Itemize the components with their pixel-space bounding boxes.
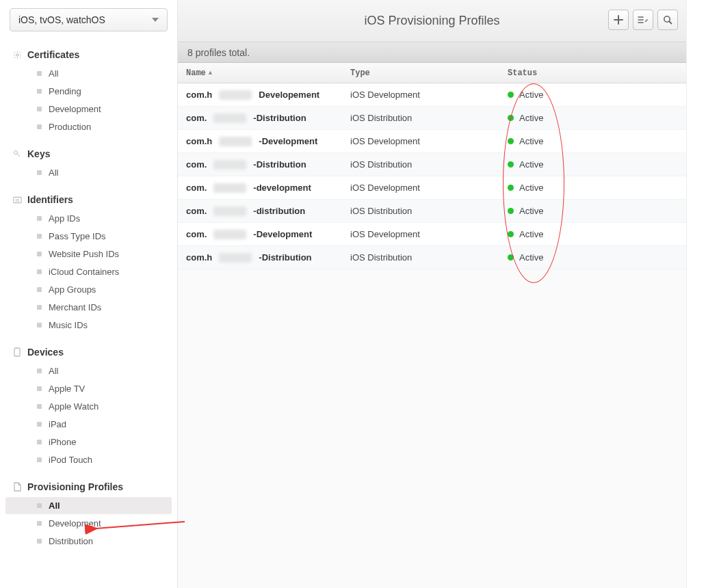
- sidebar-item-distribution[interactable]: Distribution: [5, 533, 172, 550]
- cell-status: Active: [499, 229, 636, 239]
- column-header-status[interactable]: Status: [499, 68, 636, 78]
- bullet-icon: [37, 521, 42, 526]
- bullet-icon: [37, 234, 42, 239]
- table-row[interactable]: com.-DevelopmentiOS DevelopmentActive: [178, 223, 686, 246]
- cell-name: com.-Distribution: [178, 159, 342, 170]
- status-text: Active: [519, 252, 543, 263]
- cell-status: Active: [499, 136, 636, 146]
- doc-icon: [12, 482, 22, 492]
- sidebar-item-music-ids[interactable]: Music IDs: [5, 317, 172, 334]
- cell-type: iOS Development: [342, 136, 499, 146]
- plus-icon: [614, 15, 623, 25]
- column-header-type[interactable]: Type: [342, 68, 499, 78]
- sidebar-item-apple-watch[interactable]: Apple Watch: [5, 398, 172, 415]
- redacted-segment: [219, 253, 252, 263]
- table-row[interactable]: com.-DistributioniOS DistributionActive: [178, 153, 686, 176]
- add-button[interactable]: [608, 10, 629, 30]
- nav-section-devices: Devices: [0, 343, 177, 362]
- sidebar-item-development[interactable]: Development: [5, 101, 172, 118]
- redacted-segment: [219, 137, 252, 146]
- platform-dropdown[interactable]: iOS, tvOS, watchOS: [10, 8, 168, 31]
- sidebar-item-label: Development: [49, 518, 101, 529]
- svg-text:ID: ID: [16, 198, 19, 202]
- sidebar-item-ipad[interactable]: iPad: [5, 416, 172, 433]
- cell-name: com.-development: [178, 183, 342, 193]
- bullet-icon: [37, 170, 42, 175]
- table-row[interactable]: com.hDevelopementiOS DevelopmentActive: [178, 83, 686, 107]
- sidebar-item-label: Pass Type IDs: [49, 231, 106, 241]
- bullet-icon: [37, 323, 42, 328]
- cell-type: iOS Distribution: [342, 206, 499, 216]
- gear-icon: [12, 50, 22, 59]
- cell-status: Active: [499, 159, 636, 170]
- redacted-segment: [213, 183, 246, 193]
- cell-type: iOS Development: [342, 183, 499, 193]
- totals-bar: 8 profiles total.: [178, 42, 686, 63]
- sidebar-item-all[interactable]: All: [5, 65, 172, 82]
- sidebar-item-iphone[interactable]: iPhone: [5, 433, 172, 451]
- sidebar-item-label: iCloud Containers: [49, 267, 119, 277]
- sidebar-item-website-push-ids[interactable]: Website Push IDs: [5, 245, 172, 263]
- cell-status: Active: [499, 252, 636, 263]
- cell-type: iOS Distribution: [342, 113, 499, 123]
- table-row[interactable]: com.-distributioniOS DistributionActive: [178, 200, 686, 223]
- sidebar-item-label: Production: [49, 122, 91, 132]
- sidebar-item-pass-type-ids[interactable]: Pass Type IDs: [5, 228, 172, 245]
- status-dot-icon: [508, 208, 514, 214]
- bullet-icon: [37, 305, 42, 310]
- sidebar-item-all[interactable]: All: [5, 164, 172, 181]
- sidebar-item-label: Pending: [49, 86, 81, 96]
- key-icon: [12, 149, 22, 159]
- sidebar-item-all[interactable]: All: [5, 497, 172, 514]
- svg-rect-4: [14, 348, 20, 356]
- sidebar-item-label: App IDs: [49, 213, 80, 224]
- right-gutter: [686, 0, 719, 588]
- main-content: iOS Provisioning Profiles 8 profiles tot…: [178, 0, 686, 588]
- cell-status: Active: [499, 113, 636, 123]
- status-text: Active: [519, 113, 543, 123]
- redacted-segment: [213, 113, 246, 123]
- sort-asc-icon: ▲: [209, 70, 212, 77]
- column-header-name[interactable]: Name ▲: [178, 68, 342, 78]
- cell-name: com.-Development: [178, 229, 342, 239]
- edit-list-icon: [638, 15, 649, 25]
- sidebar-item-label: Apple Watch: [49, 401, 99, 412]
- table-row[interactable]: com.h-DistributioniOS DistributionActive: [178, 246, 686, 269]
- bullet-icon: [37, 124, 42, 129]
- sidebar-item-production[interactable]: Production: [5, 118, 172, 135]
- platform-dropdown-label: iOS, tvOS, watchOS: [18, 14, 105, 25]
- status-text: Active: [519, 136, 543, 146]
- sidebar-item-label: All: [49, 500, 60, 511]
- edit-button[interactable]: [633, 10, 653, 30]
- sidebar-item-development[interactable]: Development: [5, 515, 172, 532]
- search-button[interactable]: [657, 10, 678, 30]
- device-icon: [12, 347, 22, 357]
- sidebar-item-label: Merchant IDs: [49, 302, 101, 312]
- status-dot-icon: [508, 231, 514, 237]
- nav-section-certificates: Certificates: [0, 45, 177, 64]
- sidebar-item-ipod-touch[interactable]: iPod Touch: [5, 451, 172, 468]
- sidebar-item-label: All: [49, 168, 58, 178]
- sidebar-item-label: All: [49, 366, 58, 376]
- table-row[interactable]: com.-developmentiOS DevelopmentActive: [178, 176, 686, 200]
- redacted-segment: [213, 206, 246, 216]
- bullet-icon: [37, 107, 42, 111]
- sidebar-item-merchant-ids[interactable]: Merchant IDs: [5, 299, 172, 316]
- cell-status: Active: [499, 90, 636, 100]
- sidebar-item-app-ids[interactable]: App IDs: [5, 210, 172, 227]
- sidebar-item-icloud-containers[interactable]: iCloud Containers: [5, 263, 172, 280]
- sidebar-item-label: iPad: [49, 419, 66, 429]
- sidebar-item-all[interactable]: All: [5, 362, 172, 379]
- bullet-icon: [37, 503, 42, 508]
- status-dot-icon: [508, 92, 514, 98]
- status-dot-icon: [508, 254, 514, 260]
- table-row[interactable]: com.-DistributioniOS DistributionActive: [178, 107, 686, 130]
- sidebar-item-apple-tv[interactable]: Apple TV: [5, 380, 172, 397]
- cell-status: Active: [499, 183, 636, 193]
- sidebar-item-pending[interactable]: Pending: [5, 83, 172, 100]
- cell-name: com.-distribution: [178, 206, 342, 216]
- cell-type: iOS Development: [342, 90, 499, 100]
- table-row[interactable]: com.h-DevelopmentiOS DevelopmentActive: [178, 130, 686, 153]
- sidebar-item-app-groups[interactable]: App Groups: [5, 281, 172, 298]
- bullet-icon: [37, 216, 42, 221]
